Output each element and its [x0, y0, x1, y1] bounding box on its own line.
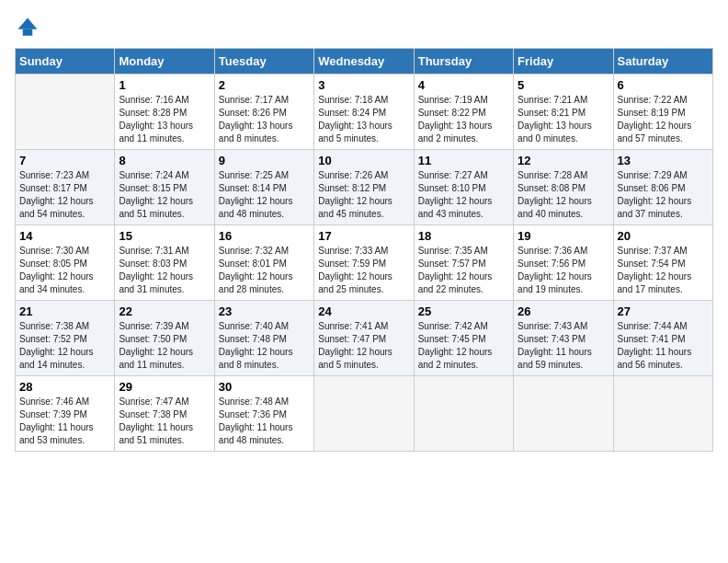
- svg-rect-1: [23, 29, 33, 36]
- calendar-cell: 2 Sunrise: 7:17 AMSunset: 8:26 PMDayligh…: [214, 75, 313, 150]
- day-number: 29: [119, 380, 210, 394]
- weekday-header: Saturday: [613, 49, 712, 75]
- calendar-week-row: 14 Sunrise: 7:30 AMSunset: 8:05 PMDaylig…: [16, 225, 713, 301]
- day-number: 11: [418, 154, 509, 167]
- day-info: Sunrise: 7:19 AMSunset: 8:22 PMDaylight:…: [418, 94, 509, 145]
- day-info: Sunrise: 7:21 AMSunset: 8:21 PMDaylight:…: [518, 94, 609, 145]
- calendar-cell: 20 Sunrise: 7:37 AMSunset: 7:54 PMDaylig…: [613, 225, 712, 301]
- day-number: 28: [19, 380, 110, 394]
- day-number: 17: [318, 229, 409, 243]
- day-number: 25: [418, 304, 509, 318]
- calendar-cell: 24 Sunrise: 7:41 AMSunset: 7:47 PMDaylig…: [314, 301, 414, 376]
- calendar-cell: 29 Sunrise: 7:47 AMSunset: 7:38 PMDaylig…: [115, 376, 214, 452]
- weekday-header-row: SundayMondayTuesdayWednesdayThursdayFrid…: [16, 49, 713, 75]
- day-number: 5: [518, 78, 609, 92]
- day-number: 14: [19, 229, 110, 243]
- calendar-cell: 6 Sunrise: 7:22 AMSunset: 8:19 PMDayligh…: [613, 75, 712, 150]
- day-number: 23: [219, 304, 310, 318]
- calendar-week-row: 21 Sunrise: 7:38 AMSunset: 7:52 PMDaylig…: [16, 301, 713, 376]
- calendar-cell: 12 Sunrise: 7:28 AMSunset: 8:08 PMDaylig…: [514, 150, 613, 225]
- day-number: 2: [219, 78, 310, 92]
- calendar-cell: [314, 376, 414, 452]
- calendar-week-row: 1 Sunrise: 7:16 AMSunset: 8:28 PMDayligh…: [16, 75, 713, 150]
- day-info: Sunrise: 7:17 AMSunset: 8:26 PMDaylight:…: [219, 94, 310, 145]
- weekday-header: Monday: [115, 49, 214, 75]
- calendar-cell: 8 Sunrise: 7:24 AMSunset: 8:15 PMDayligh…: [115, 150, 214, 225]
- day-info: Sunrise: 7:39 AMSunset: 7:50 PMDaylight:…: [119, 320, 210, 372]
- calendar-cell: 18 Sunrise: 7:35 AMSunset: 7:57 PMDaylig…: [414, 225, 513, 301]
- day-number: 1: [119, 78, 210, 92]
- day-number: 22: [119, 304, 210, 318]
- page-header: [15, 15, 713, 40]
- calendar-cell: 4 Sunrise: 7:19 AMSunset: 8:22 PMDayligh…: [414, 75, 513, 150]
- calendar-cell: 7 Sunrise: 7:23 AMSunset: 8:17 PMDayligh…: [16, 150, 115, 225]
- calendar-week-row: 7 Sunrise: 7:23 AMSunset: 8:17 PMDayligh…: [16, 150, 713, 225]
- calendar-cell: 26 Sunrise: 7:43 AMSunset: 7:43 PMDaylig…: [514, 301, 613, 376]
- weekday-header: Tuesday: [214, 49, 313, 75]
- day-number: 27: [618, 304, 709, 318]
- day-info: Sunrise: 7:28 AMSunset: 8:08 PMDaylight:…: [518, 169, 609, 221]
- weekday-header: Sunday: [16, 49, 115, 75]
- day-info: Sunrise: 7:31 AMSunset: 8:03 PMDaylight:…: [119, 245, 210, 296]
- day-info: Sunrise: 7:38 AMSunset: 7:52 PMDaylight:…: [19, 320, 110, 372]
- day-info: Sunrise: 7:27 AMSunset: 8:10 PMDaylight:…: [418, 169, 509, 221]
- day-number: 15: [119, 229, 210, 243]
- day-info: Sunrise: 7:29 AMSunset: 8:06 PMDaylight:…: [618, 169, 709, 221]
- day-info: Sunrise: 7:46 AMSunset: 7:39 PMDaylight:…: [19, 396, 110, 447]
- calendar-cell: 30 Sunrise: 7:48 AMSunset: 7:36 PMDaylig…: [214, 376, 313, 452]
- day-info: Sunrise: 7:42 AMSunset: 7:45 PMDaylight:…: [418, 320, 509, 372]
- calendar-cell: 5 Sunrise: 7:21 AMSunset: 8:21 PMDayligh…: [514, 75, 613, 150]
- calendar-cell: 23 Sunrise: 7:40 AMSunset: 7:48 PMDaylig…: [214, 301, 313, 376]
- day-number: 19: [518, 229, 609, 243]
- day-info: Sunrise: 7:48 AMSunset: 7:36 PMDaylight:…: [219, 396, 310, 447]
- day-info: Sunrise: 7:22 AMSunset: 8:19 PMDaylight:…: [618, 94, 709, 145]
- day-info: Sunrise: 7:41 AMSunset: 7:47 PMDaylight:…: [318, 320, 409, 372]
- calendar-cell: 19 Sunrise: 7:36 AMSunset: 7:56 PMDaylig…: [514, 225, 613, 301]
- day-number: 16: [219, 229, 310, 243]
- weekday-header: Friday: [514, 49, 613, 75]
- day-info: Sunrise: 7:18 AMSunset: 8:24 PMDaylight:…: [318, 94, 409, 145]
- day-info: Sunrise: 7:47 AMSunset: 7:38 PMDaylight:…: [119, 396, 210, 447]
- weekday-header: Wednesday: [314, 49, 414, 75]
- day-info: Sunrise: 7:32 AMSunset: 8:01 PMDaylight:…: [219, 245, 310, 296]
- day-number: 4: [418, 78, 509, 92]
- day-info: Sunrise: 7:23 AMSunset: 8:17 PMDaylight:…: [19, 169, 110, 221]
- logo-icon: [15, 15, 40, 40]
- calendar-cell: 10 Sunrise: 7:26 AMSunset: 8:12 PMDaylig…: [314, 150, 414, 225]
- logo: [15, 15, 44, 40]
- svg-marker-0: [18, 18, 38, 29]
- day-info: Sunrise: 7:40 AMSunset: 7:48 PMDaylight:…: [219, 320, 310, 372]
- day-info: Sunrise: 7:33 AMSunset: 7:59 PMDaylight:…: [318, 245, 409, 296]
- day-number: 9: [219, 154, 310, 167]
- calendar-week-row: 28 Sunrise: 7:46 AMSunset: 7:39 PMDaylig…: [16, 376, 713, 452]
- day-number: 12: [518, 154, 609, 167]
- calendar-cell: 25 Sunrise: 7:42 AMSunset: 7:45 PMDaylig…: [414, 301, 513, 376]
- calendar-cell: 15 Sunrise: 7:31 AMSunset: 8:03 PMDaylig…: [115, 225, 214, 301]
- calendar-cell: 21 Sunrise: 7:38 AMSunset: 7:52 PMDaylig…: [16, 301, 115, 376]
- day-number: 18: [418, 229, 509, 243]
- day-info: Sunrise: 7:16 AMSunset: 8:28 PMDaylight:…: [119, 94, 210, 145]
- calendar-cell: 1 Sunrise: 7:16 AMSunset: 8:28 PMDayligh…: [115, 75, 214, 150]
- day-info: Sunrise: 7:30 AMSunset: 8:05 PMDaylight:…: [19, 245, 110, 296]
- calendar-cell: 27 Sunrise: 7:44 AMSunset: 7:41 PMDaylig…: [613, 301, 712, 376]
- day-info: Sunrise: 7:35 AMSunset: 7:57 PMDaylight:…: [418, 245, 509, 296]
- day-info: Sunrise: 7:26 AMSunset: 8:12 PMDaylight:…: [318, 169, 409, 221]
- calendar-cell: 3 Sunrise: 7:18 AMSunset: 8:24 PMDayligh…: [314, 75, 414, 150]
- calendar-cell: 16 Sunrise: 7:32 AMSunset: 8:01 PMDaylig…: [214, 225, 313, 301]
- calendar-table: SundayMondayTuesdayWednesdayThursdayFrid…: [15, 48, 713, 452]
- calendar-cell: 22 Sunrise: 7:39 AMSunset: 7:50 PMDaylig…: [115, 301, 214, 376]
- day-number: 20: [618, 229, 709, 243]
- day-number: 6: [618, 78, 709, 92]
- weekday-header: Thursday: [414, 49, 513, 75]
- calendar-cell: 13 Sunrise: 7:29 AMSunset: 8:06 PMDaylig…: [613, 150, 712, 225]
- day-info: Sunrise: 7:36 AMSunset: 7:56 PMDaylight:…: [518, 245, 609, 296]
- day-number: 3: [318, 78, 409, 92]
- calendar-cell: 11 Sunrise: 7:27 AMSunset: 8:10 PMDaylig…: [414, 150, 513, 225]
- calendar-cell: [514, 376, 613, 452]
- day-info: Sunrise: 7:37 AMSunset: 7:54 PMDaylight:…: [618, 245, 709, 296]
- day-number: 24: [318, 304, 409, 318]
- day-info: Sunrise: 7:25 AMSunset: 8:14 PMDaylight:…: [219, 169, 310, 221]
- day-number: 26: [518, 304, 609, 318]
- calendar-cell: [16, 75, 115, 150]
- day-number: 8: [119, 154, 210, 167]
